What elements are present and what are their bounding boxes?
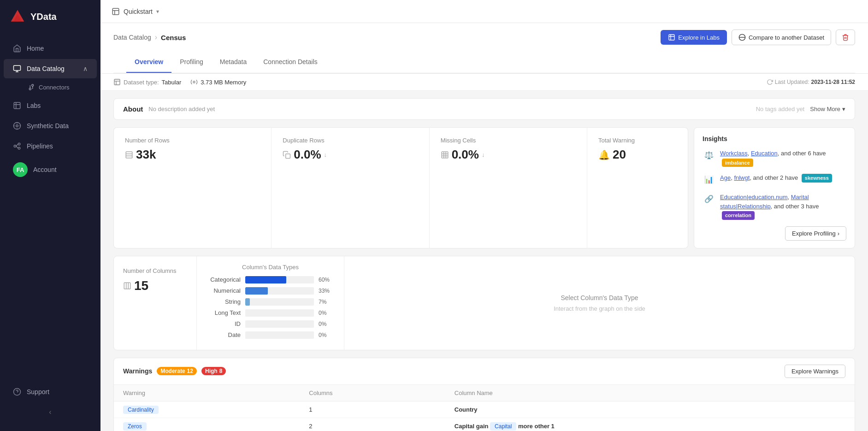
insight-imbalance-text: Workclass, Education, and other 6 have i… [720,149,846,167]
duplicate-value: 0.0% ↓ [283,148,418,162]
data-type-date: Date 0% [206,331,335,339]
stat-missing-cells: Missing Cells 0.0% ↓ [429,127,587,248]
memory-value: 3.73 MB Memory [201,79,246,86]
rows-label: Number of Rows [125,137,260,144]
svg-rect-29 [442,152,448,158]
warning-value: 🔔 20 [598,148,677,162]
sidebar-item-labs[interactable]: Labs [4,96,97,115]
sidebar-item-home[interactable]: Home [4,39,97,58]
sidebar-collapse-button[interactable]: ‹ [0,402,100,422]
insight-link-workclass[interactable]: Workclass [720,150,748,157]
long-text-bar-container[interactable] [245,309,314,317]
app-name: YData [30,12,57,22]
columns-data-types: Column's Data Types Categorical 60% Nume… [197,256,344,350]
quickstart-label[interactable]: Quickstart [124,8,153,15]
svg-line-15 [16,146,18,148]
svg-rect-30 [124,283,130,289]
correlation-icon: 🔗 [703,193,715,206]
insight-skewness-text: Age, fnlwgt, and other 2 have skewness [720,173,832,183]
about-section: About No description added yet No tags a… [113,98,855,120]
string-bar-container[interactable] [245,298,314,306]
numerical-bar [245,287,268,295]
duplicate-label: Duplicate Rows [283,137,418,144]
sidebar-label-pipelines: Pipelines [27,142,53,150]
sidebar-item-account[interactable]: FA Account [4,157,97,183]
svg-rect-18 [112,8,119,15]
svg-point-24 [193,81,195,83]
quickstart-icon [112,7,120,16]
tab-connection-details[interactable]: Connection Details [255,52,326,73]
insight-correlation: 🔗 Education|education.num, Marital statu… [703,193,846,220]
explore-in-labs-button[interactable]: Explore in Labs [661,30,727,45]
stats-insights-row: Number of Rows 33k Duplicate Rows [113,127,855,248]
moderate-label: Moderate [160,368,185,374]
compare-label: Compare to another Dataset [749,34,824,41]
insights-card: Insights ⚖️ Workclass, Education, and ot… [694,127,855,248]
tab-overview[interactable]: Overview [126,52,171,73]
warnings-title: Warnings [123,367,152,375]
warnings-header: Warnings Moderate 12 High 8 Explore Warn… [114,358,855,385]
cardinality-badge: Cardinality [123,406,159,414]
numerical-bar-container[interactable] [245,287,314,295]
insight-link-fnlwgt[interactable]: fnlwgt [734,174,750,181]
missing-value: 0.0% ↓ [441,148,576,162]
string-bar [245,298,250,306]
rows-value: 33k [125,148,260,162]
svg-point-10 [16,125,18,127]
columns-count-label: Number of Columns [123,267,187,275]
warning-bell-icon: 🔔 [598,149,610,160]
dataset-type-icon [113,78,121,86]
duplicate-trend-icon: ↓ [324,151,327,158]
sidebar: YData Home Data Catalog ∧ Connectors [0,0,100,431]
delete-button[interactable] [836,30,855,45]
numerical-label: Numerical [206,287,241,294]
high-label: High [205,368,218,374]
about-right: No tags added yet Show More ▾ [756,106,845,112]
insight-link-education-num[interactable]: Education|education.num [720,194,787,201]
dataset-memory-item: 3.73 MB Memory [190,78,246,86]
columns-icon [123,282,131,290]
column-name-col-header: Column Name [445,385,855,401]
categorical-label: Categorical [206,276,241,283]
warnings-table: Warning Columns Column Name Cardinality … [114,385,855,431]
date-bar-container[interactable] [245,331,314,339]
data-type-id: ID 0% [206,320,335,328]
id-pct: 0% [319,321,335,327]
show-more-button[interactable]: Show More ▾ [810,106,845,112]
tab-metadata[interactable]: Metadata [212,52,255,73]
insights-title: Insights [703,135,846,142]
insight-link-education[interactable]: Education [751,150,778,157]
sidebar-item-data-catalog[interactable]: Data Catalog ∧ [4,59,97,78]
tab-profiling[interactable]: Profiling [171,52,212,73]
categorical-bar-container[interactable] [245,276,314,283]
refresh-icon [767,79,773,85]
cardinality-name: Country [445,401,855,418]
memory-icon [190,78,198,86]
warning-label: Total Warning [598,137,677,144]
sidebar-item-connectors[interactable]: Connectors [23,79,97,95]
explore-warnings-button[interactable]: Explore Warnings [785,365,845,378]
cardinality-columns: 1 [300,401,445,418]
moderate-badge: Moderate 12 [157,367,197,375]
sidebar-label-account: Account [33,166,57,173]
id-bar-container[interactable] [245,320,314,328]
last-updated-label: Last Updated: [775,79,809,85]
sidebar-label-data-catalog: Data Catalog [27,65,65,72]
sidebar-sub-connectors: Connectors [0,79,100,95]
account-avatar: FA [13,162,28,177]
delete-icon [842,34,849,41]
page-header: Data Catalog › Census Explore in Labs [100,23,868,74]
about-description: No description added yet [148,106,215,112]
sidebar-item-synthetic-data[interactable]: Synthetic Data [4,116,97,136]
sidebar-label-synthetic-data: Synthetic Data [27,122,69,130]
skewness-icon: 📊 [703,173,715,186]
sidebar-item-support[interactable]: Support [4,382,97,401]
compare-dataset-button[interactable]: Compare to another Dataset [732,30,831,45]
breadcrumb-parent[interactable]: Data Catalog [113,34,151,41]
stats-cards-group: Number of Rows 33k Duplicate Rows [113,127,688,248]
insight-link-age[interactable]: Age [720,174,731,181]
explore-profiling-button[interactable]: Explore Profiling › [785,226,846,241]
sidebar-item-pipelines[interactable]: Pipelines [4,136,97,156]
data-type-long-text: Long Text 0% [206,309,335,317]
dataset-type-item: Dataset type: Tabular [113,78,181,86]
